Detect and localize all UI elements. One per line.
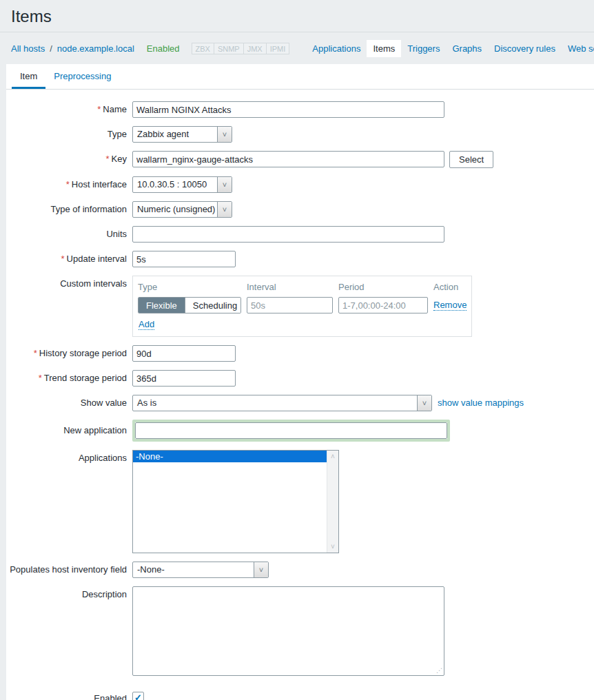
item-form-panel: Item Preprocessing *Name Type Zabbix age…: [6, 64, 594, 700]
show-value-select-value: As is: [133, 395, 417, 411]
row-host-interface: *Host interface 10.0.30.5 : 10050 ˅: [6, 176, 594, 193]
badge-ipmi: IPMI: [266, 43, 290, 54]
applications-listbox[interactable]: -None- ˄ ˅: [132, 450, 339, 553]
type-select-value: Zabbix agent: [133, 127, 217, 142]
tab-bar: Item Preprocessing: [6, 64, 594, 90]
row-show-value: Show value As is ˅ show value mappings: [6, 395, 594, 411]
checkmark-icon: ✓: [134, 692, 142, 700]
ci-remove-link[interactable]: Remove: [433, 300, 467, 311]
ci-type-scheduling-button[interactable]: Scheduling: [185, 298, 241, 313]
row-update-interval: *Update interval: [6, 251, 594, 267]
type-of-information-label: Type of information: [6, 201, 132, 214]
row-name: *Name: [6, 101, 594, 118]
ci-header-period: Period: [338, 282, 428, 292]
row-key: *Key Select: [6, 151, 594, 168]
new-application-label: New application: [6, 420, 132, 435]
key-label: Key: [112, 154, 127, 164]
tab-item[interactable]: Item: [12, 64, 45, 89]
inventory-field-select[interactable]: -None- ˅: [132, 562, 269, 578]
badge-snmp: SNMP: [214, 43, 244, 54]
chevron-down-icon: ˅: [217, 127, 232, 142]
enabled-checkbox[interactable]: ✓: [132, 692, 144, 700]
update-interval-input[interactable]: [132, 251, 236, 267]
type-of-information-select-value: Numeric (unsigned): [133, 202, 217, 217]
required-mark: *: [66, 179, 70, 189]
history-storage-input[interactable]: [132, 345, 236, 362]
ci-type-flexible-button[interactable]: Flexible: [139, 298, 185, 313]
row-applications: Applications -None- ˄ ˅: [6, 450, 594, 553]
enabled-label: Enabled: [6, 690, 132, 700]
units-input[interactable]: [132, 226, 444, 243]
required-mark: *: [106, 154, 110, 164]
key-select-button[interactable]: Select: [449, 151, 493, 168]
required-mark: *: [39, 373, 42, 383]
type-select[interactable]: Zabbix agent ˅: [132, 126, 232, 143]
type-of-information-select[interactable]: Numeric (unsigned) ˅: [132, 201, 232, 218]
show-value-mappings-link[interactable]: show value mappings: [438, 395, 524, 408]
row-type-of-information: Type of information Numeric (unsigned) ˅: [6, 201, 594, 218]
trend-storage-label: Trend storage period: [44, 373, 127, 383]
host-interface-select[interactable]: 10.0.30.5 : 10050 ˅: [132, 176, 232, 193]
row-inventory-field: Populates host inventory field -None- ˅: [6, 562, 594, 578]
applications-option-none[interactable]: -None-: [133, 451, 338, 462]
badge-jmx: JMX: [243, 43, 267, 54]
nav-applications[interactable]: Applications: [306, 40, 367, 57]
custom-intervals-label: Custom intervals: [6, 276, 132, 289]
required-mark: *: [97, 104, 101, 114]
breadcrumb-host[interactable]: node.example.local: [57, 43, 134, 54]
interface-availability-badges: ZBX SNMP JMX IPMI: [192, 43, 290, 54]
ci-interval-input[interactable]: [247, 297, 333, 313]
ci-add-link[interactable]: Add: [139, 319, 154, 330]
show-value-label: Show value: [6, 395, 132, 408]
row-history-storage: *History storage period: [6, 345, 594, 362]
nav-web-scenarios[interactable]: Web scenarios: [562, 40, 594, 57]
host-status-badge: Enabled: [147, 43, 180, 54]
row-type: Type Zabbix agent ˅: [6, 126, 594, 143]
ci-header-interval: Interval: [247, 282, 333, 292]
required-mark: *: [61, 254, 64, 264]
ci-header-action: Action: [433, 282, 467, 292]
nav-triggers[interactable]: Triggers: [401, 40, 446, 57]
chevron-down-icon: ˅: [217, 177, 232, 192]
row-units: Units: [6, 226, 594, 243]
chevron-up-icon[interactable]: ˄: [331, 453, 335, 460]
history-storage-label: History storage period: [39, 348, 127, 358]
required-mark: *: [34, 348, 37, 358]
name-input[interactable]: [132, 101, 444, 118]
page-header: Items: [0, 0, 594, 32]
units-label: Units: [6, 226, 132, 239]
row-new-application: New application: [6, 420, 594, 442]
show-value-select[interactable]: As is ˅: [132, 395, 432, 411]
type-label: Type: [6, 126, 132, 139]
update-interval-label: Update interval: [67, 254, 127, 264]
breadcrumb-separator: /: [50, 43, 52, 54]
row-enabled: Enabled ✓: [6, 690, 594, 700]
page-title: Items: [11, 7, 583, 32]
breadcrumb-all-hosts[interactable]: All hosts: [11, 43, 45, 54]
new-application-input[interactable]: [135, 422, 447, 439]
inventory-field-label: Populates host inventory field: [6, 562, 132, 575]
tab-preprocessing[interactable]: Preprocessing: [45, 64, 119, 89]
key-input[interactable]: [132, 151, 444, 167]
chevron-down-icon: ˅: [217, 202, 232, 217]
badge-zbx: ZBX: [192, 43, 214, 54]
nav-discovery-rules[interactable]: Discovery rules: [488, 40, 562, 57]
ci-type-toggle: Flexible Scheduling: [138, 297, 241, 313]
ci-period-input[interactable]: [338, 297, 428, 313]
ci-header-type: Type: [138, 282, 241, 292]
inventory-field-select-value: -None-: [133, 562, 254, 577]
listbox-scrollbar[interactable]: ˄ ˅: [327, 451, 338, 553]
trend-storage-input[interactable]: [132, 370, 236, 387]
custom-intervals-table: Type Interval Period Action Flexible Sch…: [132, 276, 472, 337]
host-nav: Applications Items Triggers Graphs Disco…: [306, 40, 594, 57]
chevron-down-icon[interactable]: ˅: [331, 543, 335, 550]
description-textarea[interactable]: [132, 586, 444, 676]
description-label: Description: [6, 586, 132, 599]
host-interface-select-value: 10.0.30.5 : 10050: [133, 177, 217, 192]
breadcrumb: All hosts / node.example.local Enabled Z…: [0, 32, 594, 64]
chevron-down-icon: ˅: [417, 395, 431, 411]
host-interface-label: Host interface: [72, 179, 127, 189]
nav-graphs[interactable]: Graphs: [446, 40, 488, 57]
nav-items[interactable]: Items: [367, 40, 401, 57]
row-custom-intervals: Custom intervals Type Interval Period Ac…: [6, 276, 594, 337]
